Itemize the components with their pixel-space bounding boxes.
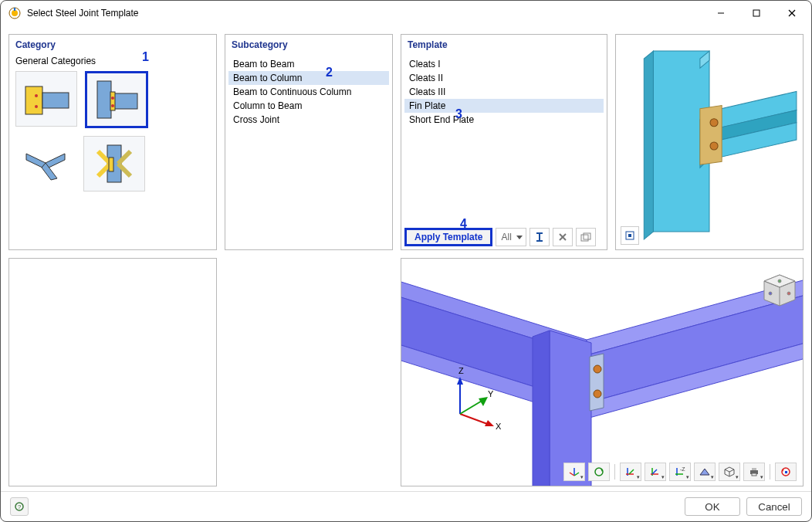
ok-button[interactable]: OK bbox=[685, 497, 740, 516]
template-action-row: Apply Template All bbox=[404, 228, 604, 246]
svg-point-40 bbox=[710, 119, 718, 127]
svg-line-74 bbox=[570, 473, 574, 476]
svg-rect-24 bbox=[109, 158, 113, 171]
rename-icon-button[interactable] bbox=[529, 228, 550, 246]
list-item[interactable]: Cross Joint bbox=[228, 113, 389, 127]
axis-tool-icon-button[interactable]: ▾ bbox=[563, 463, 585, 481]
template-preview-panel bbox=[615, 34, 804, 250]
subcategory-column: Subcategory 2 Beam to Beam Beam to Colum… bbox=[225, 34, 393, 486]
list-item[interactable]: Beam to Column bbox=[228, 71, 389, 85]
dialog-footer: ? OK Cancel bbox=[1, 491, 811, 521]
svg-line-82 bbox=[652, 469, 657, 474]
svg-point-10 bbox=[35, 105, 38, 108]
svg-point-14 bbox=[111, 97, 114, 100]
svg-point-61 bbox=[787, 292, 790, 295]
category-panel: Category General Categories 1 bbox=[8, 34, 217, 250]
dialog-window: Select Steel Joint Template Category Gen… bbox=[0, 0, 812, 522]
app-icon bbox=[8, 7, 21, 19]
svg-point-60 bbox=[778, 280, 781, 283]
model-viewport-panel[interactable]: Z X Y ▾ ▾ ▾ -Z▾ ▾ ▾ ▾ bbox=[401, 258, 804, 486]
list-item[interactable]: Cleats I bbox=[404, 57, 604, 71]
apply-template-button[interactable]: Apply Template bbox=[404, 228, 492, 246]
subcategory-list: Beam to Beam Beam to Column Beam to Cont… bbox=[225, 54, 392, 130]
category-thumb-cross-joint[interactable] bbox=[15, 136, 76, 190]
template-preview-3d bbox=[616, 35, 803, 249]
new-window-icon-button[interactable] bbox=[576, 228, 596, 246]
svg-line-67 bbox=[460, 400, 483, 414]
svg-point-15 bbox=[111, 104, 114, 107]
left-column: Category General Categories 1 bbox=[8, 34, 217, 486]
svg-rect-13 bbox=[110, 92, 115, 110]
svg-point-41 bbox=[710, 142, 718, 150]
category-header: Category bbox=[9, 35, 216, 54]
list-item[interactable]: Cleats III bbox=[404, 85, 604, 99]
category-thumb-column-to-beam[interactable] bbox=[83, 136, 145, 192]
window-title: Select Steel Joint Template bbox=[27, 8, 139, 19]
list-item[interactable]: Short End Plate bbox=[404, 113, 604, 127]
svg-point-1 bbox=[12, 10, 18, 16]
svg-point-54 bbox=[594, 390, 601, 398]
svg-line-88 bbox=[725, 469, 729, 472]
svg-point-53 bbox=[594, 365, 601, 373]
svg-marker-52 bbox=[590, 354, 604, 411]
category-thumb-beam-to-column[interactable] bbox=[85, 71, 148, 128]
zoom-extents-icon-button[interactable] bbox=[621, 226, 639, 245]
refresh-view-icon-button[interactable] bbox=[588, 463, 610, 481]
svg-marker-39 bbox=[700, 106, 722, 165]
template-panel: Template 3 4 Cleats I Cleats II Cleats I… bbox=[401, 34, 607, 250]
minimize-button[interactable] bbox=[703, 2, 739, 25]
title-bar: Select Steel Joint Template bbox=[1, 1, 811, 26]
list-item[interactable]: Column to Beam bbox=[228, 99, 389, 113]
svg-rect-7 bbox=[25, 86, 42, 114]
svg-rect-2 bbox=[14, 8, 15, 11]
iso-cube-icon-button[interactable]: ▾ bbox=[719, 463, 740, 481]
chevron-down-icon bbox=[516, 236, 523, 239]
svg-rect-96 bbox=[785, 471, 787, 473]
model-viewport-3d: Z X Y bbox=[401, 259, 803, 486]
general-categories-label: General Categories bbox=[9, 54, 216, 71]
delete-icon-button[interactable] bbox=[553, 228, 573, 246]
category-thumb-beam-to-beam[interactable] bbox=[15, 71, 77, 127]
svg-rect-93 bbox=[752, 473, 756, 476]
list-item[interactable]: Beam to Beam bbox=[228, 57, 389, 71]
left-empty-panel bbox=[8, 258, 217, 486]
view-xy-icon-button[interactable]: ▾ bbox=[620, 463, 641, 481]
dialog-body: Category General Categories 1 bbox=[1, 26, 811, 491]
svg-line-73 bbox=[574, 473, 579, 476]
template-filter-label: All bbox=[501, 232, 511, 242]
right-top-row: Template 3 4 Cleats I Cleats II Cleats I… bbox=[401, 34, 804, 250]
cancel-button[interactable]: Cancel bbox=[746, 497, 802, 516]
category-thumbnails bbox=[9, 71, 216, 198]
svg-point-9 bbox=[35, 94, 38, 97]
maximize-button[interactable] bbox=[739, 2, 774, 25]
svg-text:X: X bbox=[496, 422, 502, 431]
right-column: Template 3 4 Cleats I Cleats II Cleats I… bbox=[401, 34, 804, 486]
list-item[interactable]: Fin Plate bbox=[404, 99, 604, 113]
svg-rect-92 bbox=[752, 468, 756, 470]
svg-rect-8 bbox=[42, 93, 69, 108]
close-button[interactable] bbox=[774, 2, 810, 25]
svg-line-79 bbox=[629, 469, 634, 474]
svg-rect-11 bbox=[97, 81, 111, 118]
template-header: Template bbox=[401, 35, 607, 54]
list-item[interactable]: Cleats II bbox=[404, 71, 604, 85]
render-mode-icon-button[interactable]: ▾ bbox=[694, 463, 716, 481]
svg-rect-4 bbox=[753, 10, 760, 16]
view-yz-icon-button[interactable]: -Z▾ bbox=[669, 463, 691, 481]
svg-rect-30 bbox=[581, 235, 588, 241]
svg-text:-Z: -Z bbox=[680, 466, 685, 472]
svg-point-62 bbox=[769, 292, 772, 295]
svg-line-89 bbox=[729, 469, 734, 472]
help-button[interactable]: ? bbox=[10, 497, 29, 516]
svg-text:?: ? bbox=[18, 503, 22, 510]
template-filter-combo[interactable]: All bbox=[496, 228, 526, 246]
svg-marker-33 bbox=[644, 51, 653, 239]
svg-line-65 bbox=[460, 414, 489, 425]
print-icon-button[interactable]: ▾ bbox=[743, 463, 765, 481]
svg-text:Z: Z bbox=[458, 366, 464, 375]
view-xz-icon-button[interactable]: ▾ bbox=[645, 463, 666, 481]
reset-view-icon-button[interactable] bbox=[775, 463, 797, 481]
list-item[interactable]: Beam to Continuous Column bbox=[228, 85, 389, 99]
subcategory-header: Subcategory bbox=[225, 35, 392, 54]
svg-rect-31 bbox=[584, 233, 590, 239]
